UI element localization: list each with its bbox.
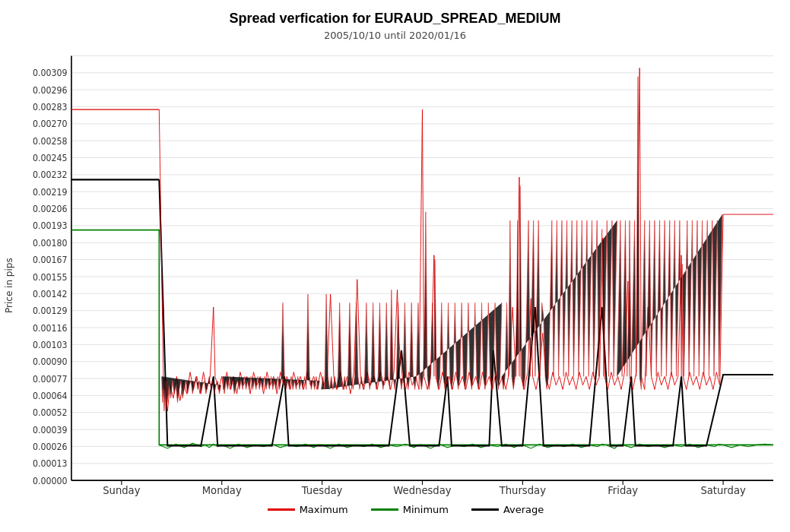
svg-text:0.00077: 0.00077	[33, 374, 67, 384]
svg-text:0.00193: 0.00193	[33, 221, 67, 231]
svg-text:0.00180: 0.00180	[33, 239, 67, 249]
svg-text:0.00206: 0.00206	[33, 204, 67, 214]
svg-text:0.00013: 0.00013	[33, 459, 67, 469]
legend-item-minimum: Minimum	[371, 504, 449, 515]
chart-subtitle: 2005/10/10 until 2020/01/16	[324, 30, 466, 41]
svg-text:0.00064: 0.00064	[33, 391, 67, 401]
svg-text:0.00052: 0.00052	[33, 408, 67, 418]
legend-label-minimum: Minimum	[403, 504, 449, 515]
svg-text:0.00129: 0.00129	[33, 306, 67, 316]
svg-text:0.00219: 0.00219	[33, 188, 67, 198]
chart-container: Spread verfication for EURAUD_SPREAD_MED…	[0, 0, 790, 532]
chart-title: Spread verfication for EURAUD_SPREAD_MED…	[229, 11, 560, 27]
svg-text:0.00039: 0.00039	[33, 426, 67, 435]
svg-text:0.00167: 0.00167	[33, 255, 67, 265]
plot-area: 0.00000 0.00013 0.00026 0.00039 0.00052 …	[21, 47, 790, 498]
svg-text:0.00026: 0.00026	[33, 442, 67, 452]
svg-text:0.00309: 0.00309	[33, 68, 67, 78]
legend-item-average: Average	[471, 504, 544, 515]
legend-label-average: Average	[503, 504, 544, 515]
svg-text:0.00232: 0.00232	[33, 170, 67, 180]
svg-text:0.00245: 0.00245	[33, 154, 67, 163]
svg-text:Sunday: Sunday	[103, 485, 140, 496]
svg-text:0.00296: 0.00296	[33, 85, 67, 95]
svg-text:Thursday: Thursday	[499, 485, 546, 496]
legend-line-average	[471, 508, 499, 511]
svg-text:0.00142: 0.00142	[33, 290, 67, 299]
svg-text:Friday: Friday	[608, 485, 638, 496]
chart-area: Price in pips	[0, 47, 790, 532]
svg-text:0.00090: 0.00090	[33, 357, 67, 367]
legend-label-maximum: Maximum	[300, 504, 348, 515]
svg-text:0.00103: 0.00103	[33, 340, 67, 350]
svg-text:Wednesday: Wednesday	[393, 485, 451, 496]
svg-text:0.00000: 0.00000	[33, 477, 67, 486]
y-axis-label: Price in pips	[0, 47, 21, 524]
legend-line-maximum	[268, 508, 295, 511]
svg-text:0.00116: 0.00116	[33, 323, 67, 333]
svg-text:Tuesday: Tuesday	[301, 485, 343, 496]
svg-text:Saturday: Saturday	[700, 485, 745, 496]
svg-text:Monday: Monday	[202, 485, 242, 496]
svg-text:0.00155: 0.00155	[33, 272, 67, 282]
legend-item-maximum: Maximum	[268, 504, 348, 515]
chart-inner: 0.00000 0.00013 0.00026 0.00039 0.00052 …	[21, 47, 790, 524]
svg-text:0.00270: 0.00270	[33, 119, 67, 129]
chart-legend: Maximum Minimum Average	[21, 498, 790, 524]
svg-text:0.00258: 0.00258	[33, 137, 67, 147]
legend-line-minimum	[371, 508, 398, 511]
chart-svg: 0.00000 0.00013 0.00026 0.00039 0.00052 …	[21, 47, 790, 498]
svg-text:0.00283: 0.00283	[33, 103, 67, 112]
